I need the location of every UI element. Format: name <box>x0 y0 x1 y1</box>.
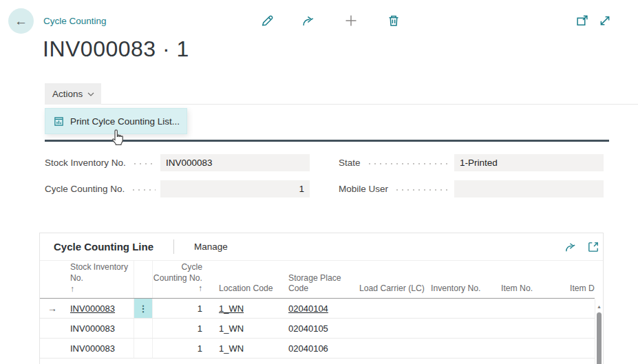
actions-dropdown-menu: Print Cylce Counting List... <box>45 108 187 134</box>
section-header-divider <box>173 239 174 254</box>
fullscreen-icon[interactable] <box>598 14 612 28</box>
open-new-window-icon <box>575 14 589 28</box>
pencil-icon <box>260 14 274 28</box>
stock-inventory-no-cell[interactable]: INV000083 <box>65 323 134 334</box>
plus-icon <box>344 14 358 28</box>
dotted-leader <box>394 189 449 191</box>
share-icon[interactable] <box>301 14 315 28</box>
cycle-counting-no-cell[interactable]: 1 <box>153 343 206 354</box>
delete-icon[interactable] <box>387 14 401 28</box>
trash-icon <box>387 14 401 28</box>
stock-inventory-no-cell[interactable]: INV000083 <box>65 343 134 354</box>
grid-header-row: Stock Inventory No. ↑ Cycle Counting No.… <box>40 261 595 299</box>
cycle-counting-card-page: ← Cycle Counting INV000083 · 1 <box>0 0 638 364</box>
mobile-user-input[interactable] <box>454 180 604 197</box>
field-cycle-counting-no: Cycle Counting No. 1 <box>45 180 310 197</box>
cycle-counting-no-label: Cycle Counting No. <box>45 184 125 194</box>
mobile-user-label: Mobile User <box>339 184 388 194</box>
stock-inventory-no-label: Stock Inventory No. <box>45 158 126 168</box>
grid-vertical-scrollbar[interactable]: ▲ <box>595 299 603 364</box>
state-input[interactable]: 1-Printed <box>454 154 604 171</box>
field-mobile-user: Mobile User <box>339 180 604 197</box>
cycle-counting-no-input[interactable]: 1 <box>160 180 310 197</box>
col-inventory-no[interactable]: Inventory No. <box>429 283 498 298</box>
stock-inventory-no-input[interactable]: INV000083 <box>160 154 310 171</box>
col-storage-place-code[interactable]: Storage Place Code <box>283 273 357 298</box>
stock-inventory-no-link[interactable]: INV000083 <box>70 303 115 314</box>
edit-icon[interactable] <box>260 14 274 28</box>
report-icon <box>54 116 64 127</box>
table-row: INV000083 1 1_WN 02040106 <box>40 339 595 358</box>
diagonal-arrows-icon <box>598 14 612 28</box>
page-title: INV000083 · 1 <box>43 36 189 62</box>
row-context-menu-button[interactable]: ⋮ <box>134 299 153 318</box>
table-row: → INV000083 ⋮ 1 1_WN 02040104 <box>40 299 595 319</box>
scrollbar-thumb[interactable] <box>597 312 602 364</box>
storage-place-code-cell[interactable]: 02040106 <box>283 343 357 354</box>
focus-mode-icon <box>587 241 599 253</box>
field-stock-inventory-no: Stock Inventory No. INV000083 <box>45 154 310 171</box>
cycle-counting-line-part: Cycle Counting Line Manage <box>39 233 604 364</box>
share-arrow-icon <box>564 241 577 253</box>
command-bar-divider <box>45 104 638 105</box>
scroll-up-icon[interactable]: ▲ <box>596 304 602 309</box>
cycle-counting-no-cell[interactable]: 1 <box>153 303 206 314</box>
new-icon[interactable] <box>344 14 358 28</box>
manage-menu-button[interactable]: Manage <box>194 242 228 252</box>
popout-icon[interactable] <box>575 14 589 28</box>
lines-focus-mode-icon[interactable] <box>587 241 599 253</box>
dotted-leader <box>367 162 449 165</box>
actions-menu-label: Actions <box>52 89 83 99</box>
storage-place-code-cell[interactable]: 02040105 <box>283 323 357 334</box>
field-state: State 1-Printed <box>339 154 604 171</box>
col-cycle-counting-no[interactable]: Cycle Counting No. ↑ <box>153 262 206 298</box>
chevron-down-icon <box>87 92 94 96</box>
col-stock-inventory-no[interactable]: Stock Inventory No. ↑ <box>65 262 134 298</box>
col-item-no[interactable]: Item No. <box>498 283 568 298</box>
share-arrow-icon <box>301 14 315 28</box>
dotted-leader <box>132 162 156 165</box>
print-cycle-counting-list-item[interactable]: Print Cylce Counting List... <box>70 116 180 127</box>
col-load-carrier[interactable]: Load Carrier (LC) <box>357 283 429 298</box>
fasttab-separator <box>45 140 609 142</box>
col-item-description[interactable]: Item Description <box>568 283 595 298</box>
location-code-link[interactable]: 1_WN <box>219 303 244 314</box>
location-code-cell[interactable]: 1_WN <box>206 343 283 354</box>
col-ellipsis <box>134 261 153 298</box>
table-row: INV000083 1 1_WN 02040105 <box>40 319 595 339</box>
state-label: State <box>339 158 361 168</box>
cycle-counting-no-cell[interactable]: 1 <box>153 323 206 334</box>
back-button[interactable]: ← <box>8 8 34 34</box>
col-location-code[interactable]: Location Code <box>206 283 283 298</box>
lines-section-title: Cycle Counting Line <box>54 241 153 253</box>
lines-section-header: Cycle Counting Line Manage <box>40 233 603 261</box>
location-code-cell[interactable]: 1_WN <box>206 323 283 334</box>
page-caption: Cycle Counting <box>43 16 107 26</box>
actions-menu-button[interactable]: Actions <box>45 83 101 105</box>
sort-ascending-icon: ↑ <box>70 284 134 295</box>
active-row-arrow-icon: → <box>40 303 65 314</box>
storage-place-code-link[interactable]: 02040104 <box>288 303 328 314</box>
lines-share-icon[interactable] <box>564 241 577 253</box>
dotted-leader <box>131 189 156 191</box>
empty-row-sliver <box>40 358 603 364</box>
row-selector-header <box>40 295 65 298</box>
